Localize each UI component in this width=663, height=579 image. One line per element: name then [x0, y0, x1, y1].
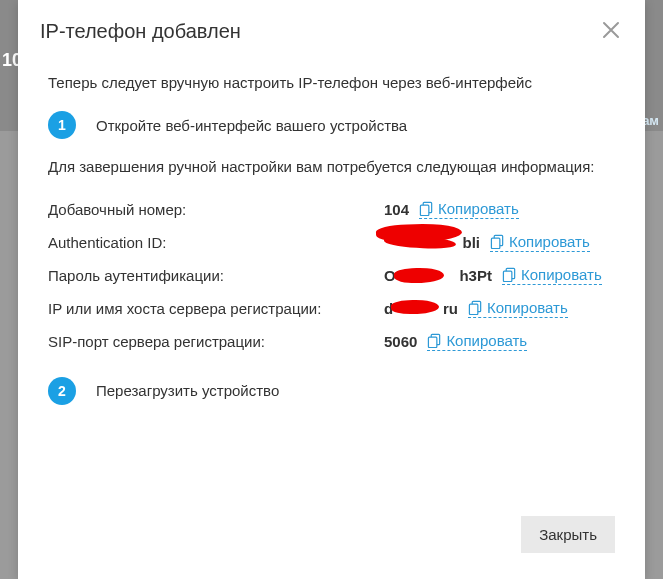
modal-body: Теперь следует вручную настроить IP-теле…	[18, 55, 645, 500]
copy-auth-id-button[interactable]: Копировать	[490, 233, 590, 252]
step-1: 1 Откройте веб-интерфейс вашего устройст…	[48, 111, 615, 139]
copy-label: Копировать	[509, 233, 590, 250]
step-2-number: 2	[48, 377, 76, 405]
copy-label: Копировать	[521, 266, 602, 283]
copy-port-button[interactable]: Копировать	[427, 332, 527, 351]
step-2-label: Перезагрузить устройство	[96, 381, 279, 401]
extension-value: 104	[384, 201, 409, 218]
copy-password-button[interactable]: Копировать	[502, 266, 602, 285]
copy-icon	[419, 201, 434, 216]
backdrop: 10 ам IP-телефон добавлен Теперь следует…	[0, 0, 663, 579]
auth-id-label: Authentication ID:	[48, 234, 384, 251]
subtext: Для завершения ручной настройки вам потр…	[48, 157, 615, 177]
extension-label: Добавочный номер:	[48, 201, 384, 218]
svg-rect-9	[429, 337, 437, 347]
intro-text: Теперь следует вручную настроить IP-теле…	[48, 73, 615, 93]
host-value: d ru d████ru	[384, 300, 458, 317]
row-host: IP или имя хоста сервера регистрации: d …	[48, 299, 615, 318]
copy-label: Копировать	[487, 299, 568, 316]
copy-icon	[502, 267, 517, 282]
copy-icon	[427, 333, 442, 348]
copy-extension-button[interactable]: Копировать	[419, 200, 519, 219]
row-auth-id: Authentication ID: ███████bli bli Копиро…	[48, 233, 615, 252]
step-2: 2 Перезагрузить устройство	[48, 377, 615, 405]
step-1-label: Откройте веб-интерфейс вашего устройства	[96, 116, 407, 136]
svg-rect-1	[420, 205, 428, 215]
row-password: Пароль аутентификации: O h3Pt O██████h3P…	[48, 266, 615, 285]
close-button[interactable]: Закрыть	[521, 516, 615, 553]
step-1-number: 1	[48, 111, 76, 139]
svg-rect-3	[491, 238, 499, 248]
svg-rect-7	[469, 304, 477, 314]
port-label: SIP-порт сервера регистрации:	[48, 333, 384, 350]
row-extension: Добавочный номер: 104 Копировать	[48, 200, 615, 219]
password-label: Пароль аутентификации:	[48, 267, 384, 284]
modal-dialog: IP-телефон добавлен Теперь следует вручн…	[18, 0, 645, 579]
svg-rect-5	[503, 271, 511, 281]
host-label: IP или имя хоста сервера регистрации:	[48, 300, 384, 317]
copy-label: Копировать	[438, 200, 519, 217]
modal-title: IP-телефон добавлен	[40, 20, 241, 43]
auth-id-value: ███████bli bli	[384, 234, 480, 251]
modal-header: IP-телефон добавлен	[18, 0, 645, 55]
close-icon[interactable]	[597, 16, 625, 47]
copy-icon	[490, 234, 505, 249]
info-table: Добавочный номер: 104 Копировать Authent…	[48, 200, 615, 351]
password-value: O h3Pt O██████h3Pt	[384, 267, 492, 284]
copy-icon	[468, 300, 483, 315]
copy-label: Копировать	[446, 332, 527, 349]
copy-host-button[interactable]: Копировать	[468, 299, 568, 318]
row-port: SIP-порт сервера регистрации: 5060 Копир…	[48, 332, 615, 351]
port-value: 5060	[384, 333, 417, 350]
modal-footer: Закрыть	[18, 500, 645, 579]
